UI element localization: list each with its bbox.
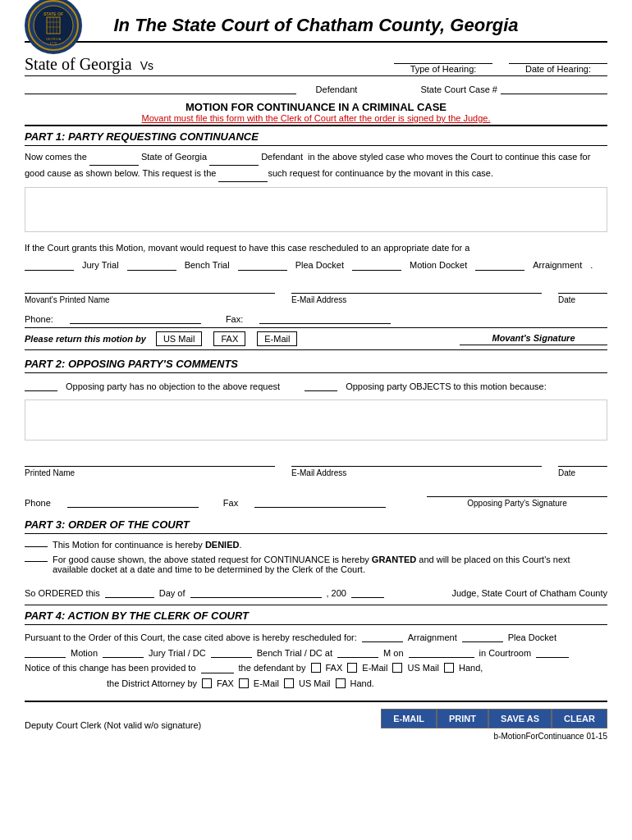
jury-trial-field[interactable] <box>25 259 74 271</box>
def-hand-check[interactable] <box>444 663 454 673</box>
ordered-day-field[interactable] <box>105 587 154 598</box>
denied-row: This Motion for continuance is hereby DE… <box>25 537 607 552</box>
date-hearing-field: Date of Hearing: <box>509 49 607 74</box>
email-box[interactable]: E-Mail <box>257 331 297 346</box>
doc-id: b-MotionForContinuance 01-15 <box>494 732 607 741</box>
clear-button[interactable]: CLEAR <box>552 709 607 728</box>
movant-signature-label: Movant's Signature <box>460 333 607 345</box>
reschedule-text: If the Court grants this Motion, movant … <box>25 237 607 258</box>
type-hearing-field: Type of Hearing: <box>394 49 492 74</box>
deputy-clerk-label: Deputy Court Clerk (Not valid w/o signat… <box>25 720 201 730</box>
case-number-field[interactable] <box>501 81 607 94</box>
ordered-month-field[interactable] <box>190 587 322 598</box>
granted-row: For good cause shown, the above stated r… <box>25 552 607 577</box>
fax-input[interactable] <box>259 311 391 324</box>
at-time-field[interactable] <box>337 646 378 658</box>
motion-p4-field[interactable] <box>25 646 66 658</box>
def-usmail-check[interactable] <box>392 663 402 673</box>
defendant-label: Defendant <box>316 84 358 94</box>
ordered-year-field[interactable] <box>351 587 384 598</box>
cause-text-area[interactable] <box>25 187 607 232</box>
jury-dc-field[interactable] <box>103 646 144 658</box>
pursuant-row: Pursuant to the Order of this Court, the… <box>25 628 607 645</box>
def-email-check[interactable] <box>347 663 357 673</box>
def-fax-check[interactable] <box>311 663 321 673</box>
part1-header: PART 1: PARTY REQUESTING CONTINUANCE <box>25 126 607 146</box>
svg-text:STATE OF: STATE OF <box>44 11 63 16</box>
da-email-check[interactable] <box>239 678 249 688</box>
phone-input[interactable] <box>70 311 201 324</box>
form-title-sub: Movant must file this form with the Cler… <box>25 113 607 123</box>
motion-docket-field[interactable] <box>352 259 401 271</box>
judge-label: Judge, State Court of Chatham County <box>451 588 607 598</box>
opp-date-field: Date <box>558 452 607 477</box>
request-number-field[interactable] <box>218 171 268 182</box>
part3-header: PART 3: ORDER OF THE COURT <box>25 514 607 534</box>
plea-docket-p4-field[interactable] <box>462 631 503 642</box>
case-number-label: State Court Case # <box>420 84 497 94</box>
opp-sig-label: Opposing Party's Signature <box>427 499 607 508</box>
email-button[interactable]: E-MAIL <box>381 709 437 728</box>
plea-docket-field[interactable] <box>238 259 287 271</box>
opp-phone-input[interactable] <box>67 495 199 508</box>
da-fax-check[interactable] <box>202 678 212 688</box>
so-ordered-row: So ORDERED this Day of , 200 Judge, Stat… <box>25 580 607 605</box>
phone-fax-row: Phone: Fax: <box>25 308 607 327</box>
part2-header: PART 2: OPPOSING PARTY'S COMMENTS <box>25 354 607 373</box>
movant-type-field[interactable] <box>89 154 139 166</box>
form-title-section: MOTION FOR CONTINUANCE IN A CRIMINAL CAS… <box>25 96 607 126</box>
objects-field[interactable] <box>305 380 337 391</box>
movant-date-field: Date <box>558 279 607 304</box>
part1-intro-text: Now comes the State of Georgia Defendant… <box>25 149 607 182</box>
opp-fax-input[interactable] <box>254 495 386 508</box>
fax-box[interactable]: FAX <box>213 331 245 346</box>
page-title: In The State Court of Chatham County, Ge… <box>114 15 519 36</box>
da-hand-check[interactable] <box>336 678 346 688</box>
part4-header: PART 4: ACTION BY THE CLERK OF COURT <box>25 605 607 625</box>
arr-field[interactable] <box>362 631 403 642</box>
movant-name-field: Movant's Printed Name <box>25 279 275 304</box>
on-date-field[interactable] <box>409 646 474 658</box>
da-usmail-check[interactable] <box>284 678 294 688</box>
notice-da-row: the District Attorney by FAX E-Mail US M… <box>25 676 607 691</box>
svg-text:1776: 1776 <box>50 41 58 45</box>
notice-defendant-row: Notice of this change has been provided … <box>25 660 607 676</box>
opposing-row: Opposing party has no objection to the a… <box>25 377 607 395</box>
print-button[interactable]: PRINT <box>437 709 488 728</box>
movant-type2-field[interactable] <box>209 154 259 166</box>
objection-text-area[interactable] <box>25 399 607 441</box>
court-seal: STATE OF GEORGIA 1776 <box>25 0 82 54</box>
bench-trial-field[interactable] <box>127 259 176 271</box>
courtroom-field[interactable] <box>536 646 569 658</box>
arraignment-field[interactable] <box>475 259 524 271</box>
movant-email-field: E-Mail Address <box>291 279 542 304</box>
defendant-name-field[interactable] <box>25 81 296 94</box>
opp-email-field: E-Mail Address <box>291 452 542 477</box>
no-objection-field[interactable] <box>25 380 57 391</box>
opp-name-field: Printed Name <box>25 452 275 477</box>
form-title-main: MOTION FOR CONTINUANCE IN A CRIMINAL CAS… <box>25 101 607 113</box>
opp-phone-fax-row: Phone Fax Opposing Party's Signature <box>25 481 607 511</box>
trial-type-row: Jury Trial Bench Trial Plea Docket Motio… <box>25 258 607 272</box>
footer: Deputy Court Clerk (Not valid w/o signat… <box>25 701 607 744</box>
bench-dc-field[interactable] <box>211 646 252 658</box>
return-row: Please return this motion by US Mail FAX… <box>25 327 607 350</box>
notice-space-field[interactable] <box>201 662 234 673</box>
state-label: State of Georgia Vs <box>25 55 153 74</box>
footer-buttons: E-MAIL PRINT SAVE AS CLEAR <box>381 709 607 728</box>
motion-row: Motion Jury Trial / DC Bench Trial / DC … <box>25 645 607 660</box>
us-mail-box[interactable]: US Mail <box>156 331 203 346</box>
save-button[interactable]: SAVE AS <box>488 709 552 728</box>
